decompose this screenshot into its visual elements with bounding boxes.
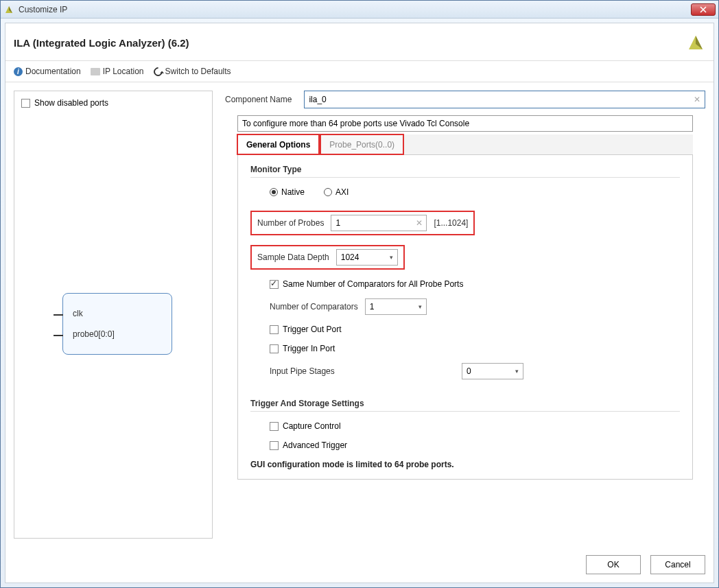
folder-icon — [91, 68, 100, 75]
trigger-storage-title: Trigger And Storage Settings — [250, 399, 680, 408]
header-area: ILA (Integrated Logic Analyzer) (6.2) — [5, 23, 714, 61]
input-pipe-value: 0 — [467, 366, 471, 376]
show-disabled-row[interactable]: Show disabled ports — [21, 98, 205, 108]
show-disabled-label: Show disabled ports — [34, 98, 108, 108]
sample-depth-select[interactable]: 1024 ▾ — [336, 249, 398, 266]
num-comparators-value: 1 — [370, 302, 375, 311]
port-label-clk: clk — [73, 309, 83, 318]
ip-symbol-panel: Show disabled ports clk probe0[0:0] — [14, 91, 213, 539]
num-comparators-label: Number of Comparators — [270, 302, 358, 311]
capture-control-row[interactable]: Capture Control — [250, 421, 680, 431]
chevron-down-icon: ▾ — [419, 303, 422, 310]
button-bar: OK Cancel — [5, 547, 714, 583]
switch-defaults-label: Switch to Defaults — [165, 67, 231, 76]
chevron-down-icon: ▾ — [515, 368, 519, 375]
ip-title: ILA (Integrated Logic Analyzer) (6.2) — [14, 37, 189, 49]
port-stub-clk — [54, 314, 63, 316]
same-comparators-row[interactable]: Same Number of Comparators for All Probe… — [250, 279, 680, 289]
trigger-out-label: Trigger Out Port — [283, 325, 342, 334]
component-name-input[interactable]: ila_0 ✕ — [304, 91, 705, 108]
trigger-out-checkbox[interactable] — [270, 325, 279, 334]
num-comparators-select[interactable]: 1 ▾ — [365, 298, 427, 315]
cancel-button[interactable]: Cancel — [650, 555, 705, 574]
content-area: Show disabled ports clk probe0[0:0] Comp… — [5, 82, 714, 547]
trigger-in-checkbox[interactable] — [270, 344, 279, 353]
close-icon — [700, 6, 707, 13]
input-pipe-select[interactable]: 0 ▾ — [462, 363, 523, 379]
advanced-trigger-row[interactable]: Advanced Trigger — [250, 440, 680, 450]
monitor-type-radios: Native AXI — [270, 187, 680, 197]
tab-body-general: Monitor Type Native AXI Number of Probes… — [237, 155, 693, 480]
sample-depth-value: 1024 — [341, 252, 360, 262]
show-disabled-checkbox[interactable] — [21, 99, 30, 108]
radio-native[interactable]: Native — [270, 187, 305, 197]
advanced-trigger-label: Advanced Trigger — [283, 440, 347, 450]
trigger-in-label: Trigger In Port — [283, 344, 335, 353]
info-icon: i — [14, 67, 23, 76]
window-title: Customize IP — [19, 5, 691, 14]
capture-control-label: Capture Control — [283, 421, 341, 431]
switch-defaults-link[interactable]: Switch to Defaults — [154, 67, 231, 76]
dialog-window: Customize IP ILA (Integrated Logic Analy… — [0, 0, 719, 588]
reload-icon — [152, 65, 164, 78]
num-probes-row: Number of Probes 1 ✕ [1...1024] — [250, 211, 680, 235]
num-probes-value: 1 — [335, 218, 340, 228]
divider — [250, 177, 680, 178]
vendor-logo-icon — [686, 33, 705, 52]
input-pipe-row: Input Pipe Stages 0 ▾ — [250, 363, 680, 379]
sample-depth-label: Sample Data Depth — [257, 252, 329, 262]
clear-icon[interactable]: ✕ — [416, 218, 423, 228]
link-toolbar: i Documentation IP Location Switch to De… — [5, 61, 714, 82]
num-probes-label: Number of Probes — [257, 218, 324, 228]
advanced-trigger-checkbox[interactable] — [270, 441, 279, 450]
monitor-type-title: Monitor Type — [250, 165, 680, 174]
documentation-label: Documentation — [25, 67, 81, 76]
close-button[interactable] — [691, 3, 716, 16]
trigger-in-row[interactable]: Trigger In Port — [250, 344, 680, 353]
port-label-probe0: probe0[0:0] — [73, 329, 115, 339]
info-message: To configure more than 64 probe ports us… — [237, 115, 693, 132]
ip-location-link[interactable]: IP Location — [91, 67, 144, 76]
same-comparators-checkbox[interactable] — [270, 280, 279, 289]
sample-depth-row: Sample Data Depth 1024 ▾ — [250, 245, 680, 270]
num-probes-highlight: Number of Probes 1 ✕ [1...1024] — [250, 211, 475, 235]
sample-depth-highlight: Sample Data Depth 1024 ▾ — [250, 245, 405, 270]
tab-area: General Options Probe_Ports(0..0) Monito… — [237, 134, 693, 480]
radio-axi[interactable]: AXI — [324, 187, 349, 197]
ip-location-label: IP Location — [103, 67, 144, 76]
tab-probe-ports[interactable]: Probe_Ports(0..0) — [320, 134, 403, 154]
component-name-row: Component Name ila_0 ✕ — [225, 91, 705, 108]
divider — [250, 411, 680, 412]
ip-symbol: clk probe0[0:0] — [62, 293, 172, 355]
dialog-body: ILA (Integrated Logic Analyzer) (6.2) i … — [5, 23, 714, 583]
input-pipe-label: Input Pipe Stages — [270, 366, 455, 376]
trigger-out-row[interactable]: Trigger Out Port — [250, 325, 680, 334]
port-stub-probe0 — [54, 335, 63, 336]
documentation-link[interactable]: i Documentation — [14, 67, 81, 76]
clear-icon[interactable]: ✕ — [694, 95, 700, 104]
radio-icon — [270, 188, 278, 196]
num-comparators-row: Number of Comparators 1 ▾ — [250, 298, 680, 315]
same-comparators-label: Same Number of Comparators for All Probe… — [283, 279, 463, 289]
component-name-label: Component Name — [225, 95, 292, 104]
app-logo-icon — [3, 4, 14, 15]
title-bar: Customize IP — [1, 1, 718, 19]
capture-control-checkbox[interactable] — [270, 422, 279, 431]
component-name-value: ila_0 — [309, 95, 326, 104]
num-probes-range: [1...1024] — [434, 218, 468, 228]
chevron-down-icon: ▾ — [390, 254, 393, 261]
tab-strip: General Options Probe_Ports(0..0) — [237, 134, 693, 155]
ok-button[interactable]: OK — [586, 555, 641, 574]
num-probes-input[interactable]: 1 ✕ — [331, 215, 427, 231]
gui-limit-note: GUI configuration mode is limited to 64 … — [250, 460, 680, 469]
radio-icon — [324, 188, 332, 196]
tab-general-options[interactable]: General Options — [237, 134, 319, 154]
config-panel: Component Name ila_0 ✕ To configure more… — [225, 91, 705, 539]
